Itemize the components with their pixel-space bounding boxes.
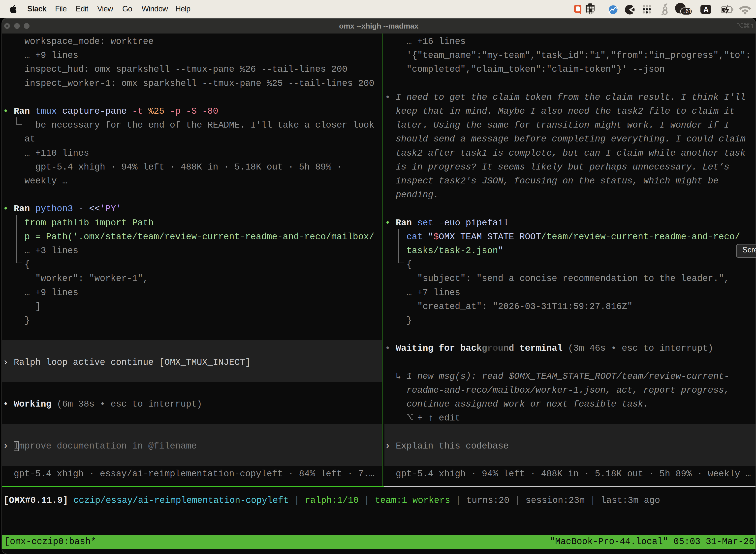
svg-text:1: 1 [751,22,754,29]
svg-text:..61: ..61 [682,8,692,14]
svg-text:A: A [703,5,709,13]
